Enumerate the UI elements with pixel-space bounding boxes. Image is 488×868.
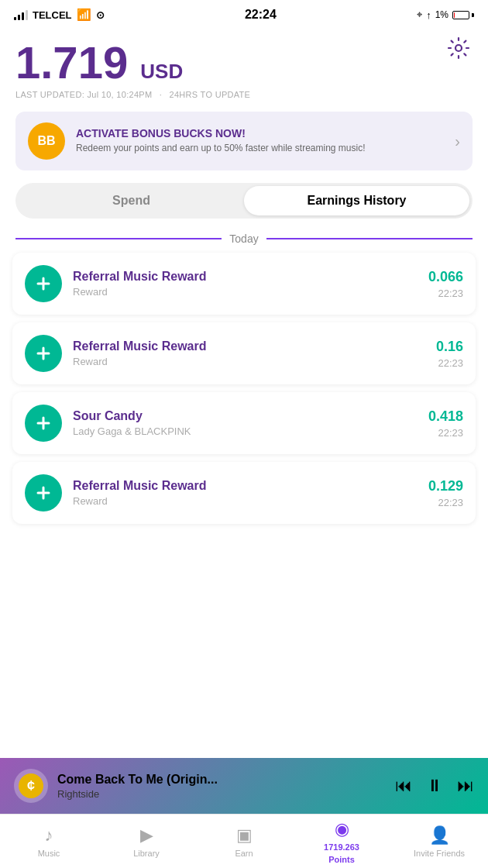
signal-icon <box>14 9 28 20</box>
wifi-icon: 📶 <box>77 8 91 22</box>
tab-earnings-history[interactable]: Earnings History <box>244 186 469 215</box>
section-line-left <box>15 238 222 239</box>
transaction-name-0: Referral Music Reward <box>73 270 418 284</box>
last-updated-label: LAST UPDATED: Jul 10, 10:24PM · 24HRS TO… <box>15 90 473 99</box>
loading-icon: ⊙ <box>96 9 105 21</box>
update-time: LAST UPDATED: Jul 10, 10:24PM <box>15 90 152 99</box>
transaction-icon-2 <box>25 405 62 442</box>
bonus-avatar: BB <box>28 122 65 160</box>
tab-spend[interactable]: Spend <box>19 186 244 215</box>
bonus-chevron-icon: › <box>455 133 460 150</box>
points-icon: ◉ <box>335 819 349 839</box>
svg-point-0 <box>455 45 462 51</box>
nav-item-earn[interactable]: ▣ Earn <box>195 825 293 858</box>
transaction-name-1: Referral Music Reward <box>73 339 425 353</box>
currency-label: USD <box>140 60 183 83</box>
battery-percent: 1% <box>435 9 448 20</box>
now-playing-bar[interactable]: ¢ Come Back To Me (Origin... Rightside ⏮… <box>0 758 488 814</box>
transaction-right-0: 0.066 22:23 <box>428 269 463 299</box>
nav-label-points: Points <box>328 855 355 864</box>
settings-button[interactable] <box>445 34 473 62</box>
transaction-time-0: 22:23 <box>428 288 463 299</box>
transaction-right-1: 0.16 22:23 <box>436 339 463 369</box>
transaction-right-3: 0.129 22:23 <box>428 478 463 508</box>
np-artist: Rightside <box>57 788 386 800</box>
navigation-icon: ↑ <box>426 9 431 21</box>
transaction-icon-0 <box>25 265 62 302</box>
transaction-sub-1: Reward <box>73 356 425 367</box>
library-icon: ▶ <box>140 825 153 846</box>
bonus-description: Redeem your points and earn up to 50% fa… <box>76 142 444 155</box>
status-bar: TELCEL 📶 ⊙ 22:24 ⌖ ↑ 1% <box>0 0 488 26</box>
transaction-right-2: 0.418 22:23 <box>428 408 463 439</box>
transaction-time-2: 22:23 <box>428 427 463 439</box>
transaction-name-3: Referral Music Reward <box>73 479 418 493</box>
nav-label-music: Music <box>38 849 60 858</box>
status-time: 22:24 <box>245 8 277 22</box>
transaction-sub-3: Reward <box>73 495 418 507</box>
update-note: 24HRS TO UPDATE <box>170 90 251 99</box>
location-icon: ⌖ <box>417 9 422 21</box>
nav-item-invite[interactable]: 👤 Invite Friends <box>390 825 488 858</box>
battery-icon <box>452 11 474 19</box>
table-row[interactable]: Referral Music Reward Reward 0.16 22:23 <box>12 322 476 384</box>
np-coin-icon: ¢ <box>14 769 48 803</box>
transaction-info-3: Referral Music Reward Reward <box>73 479 418 507</box>
earn-icon: ▣ <box>236 825 253 846</box>
music-icon: ♪ <box>45 825 53 846</box>
transaction-name-2: Sour Candy <box>73 409 418 423</box>
table-row[interactable]: Sour Candy Lady Gaga & BLACKPINK 0.418 2… <box>12 392 476 454</box>
table-row[interactable]: Referral Music Reward Reward 0.066 22:23 <box>12 253 476 315</box>
carrier-label: TELCEL <box>33 9 72 21</box>
transaction-list: Referral Music Reward Reward 0.066 22:23… <box>0 253 488 524</box>
bottom-navigation: ♪ Music ▶ Library ▣ Earn ◉ 1719.263 Poin… <box>0 814 488 868</box>
status-left: TELCEL 📶 ⊙ <box>14 8 105 22</box>
tab-bar: Spend Earnings History <box>15 183 473 219</box>
nav-item-points[interactable]: ◉ 1719.263 Points <box>293 819 390 864</box>
nav-label-library: Library <box>133 849 160 858</box>
transaction-amount-3: 0.129 <box>428 478 463 494</box>
transaction-info-2: Sour Candy Lady Gaga & BLACKPINK <box>73 409 418 437</box>
transaction-time-3: 22:23 <box>428 497 463 508</box>
nav-item-library[interactable]: ▶ Library <box>98 825 195 858</box>
np-controls: ⏮ ⏸ ⏭ <box>395 777 474 794</box>
np-title: Come Back To Me (Origin... <box>57 773 386 787</box>
section-line-right <box>266 238 473 239</box>
status-right: ⌖ ↑ 1% <box>417 9 474 21</box>
previous-button[interactable]: ⏮ <box>395 777 412 794</box>
transaction-icon-1 <box>25 335 62 372</box>
transaction-icon-3 <box>25 474 62 512</box>
pause-button[interactable]: ⏸ <box>426 777 443 794</box>
table-row[interactable]: Referral Music Reward Reward 0.129 22:23 <box>12 462 476 524</box>
transaction-info-0: Referral Music Reward Reward <box>73 270 418 298</box>
next-button[interactable]: ⏭ <box>457 777 474 794</box>
nav-label-earn: Earn <box>235 849 253 858</box>
np-info: Come Back To Me (Origin... Rightside <box>57 773 386 800</box>
transaction-amount-2: 0.418 <box>428 408 463 425</box>
balance-value: 1.719 <box>15 37 128 88</box>
transaction-info-1: Referral Music Reward Reward <box>73 339 425 367</box>
header: 1.719 USD LAST UPDATED: Jul 10, 10:24PM … <box>0 26 488 99</box>
section-today: Today <box>0 219 488 253</box>
transaction-time-1: 22:23 <box>436 357 463 369</box>
section-label: Today <box>229 232 258 245</box>
transaction-sub-0: Reward <box>73 286 418 298</box>
nav-points-value: 1719.263 <box>324 842 359 852</box>
invite-icon: 👤 <box>429 825 450 846</box>
transaction-amount-0: 0.066 <box>428 269 463 285</box>
bonus-text: ACTIVATE BONUS BUCKS NOW! Redeem your po… <box>76 127 444 155</box>
nav-item-music[interactable]: ♪ Music <box>0 825 98 858</box>
transaction-amount-1: 0.16 <box>436 339 463 355</box>
bonus-title: ACTIVATE BONUS BUCKS NOW! <box>76 127 444 140</box>
transaction-sub-2: Lady Gaga & BLACKPINK <box>73 425 418 437</box>
bonus-banner[interactable]: BB ACTIVATE BONUS BUCKS NOW! Redeem your… <box>15 112 473 170</box>
balance-display: 1.719 USD <box>15 40 473 85</box>
nav-label-invite: Invite Friends <box>414 849 465 858</box>
